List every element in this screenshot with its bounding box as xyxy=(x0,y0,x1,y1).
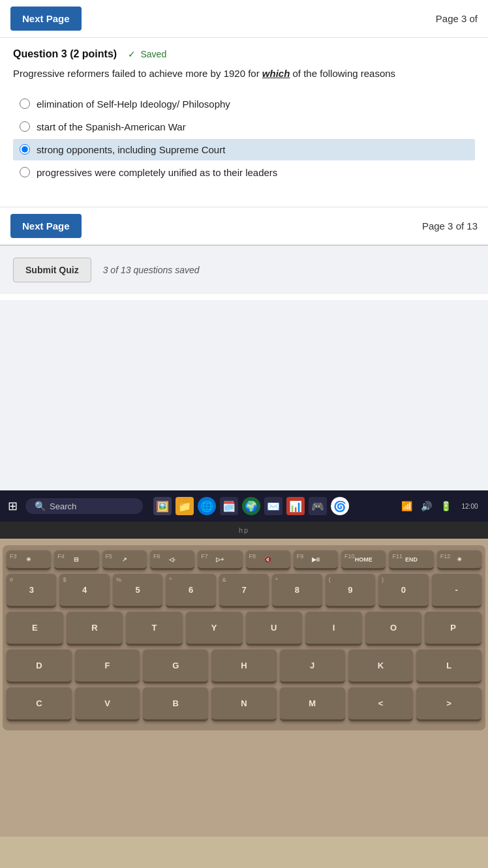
key-gt[interactable]: > xyxy=(416,687,481,721)
submit-bar: Submit Quiz 3 of 13 questions saved xyxy=(0,245,488,294)
key-f9[interactable]: F9▶II xyxy=(294,550,338,570)
key-minus[interactable]: - xyxy=(432,574,481,608)
taskbar-icon-mail[interactable]: ✉️ xyxy=(264,497,282,515)
key-f3[interactable]: F3✳ xyxy=(7,550,51,570)
search-label: Search xyxy=(50,501,76,511)
key-c[interactable]: C xyxy=(7,687,72,721)
key-f10[interactable]: F10HOME xyxy=(341,550,386,570)
key-k[interactable]: K xyxy=(348,650,414,683)
key-n[interactable]: N xyxy=(211,687,277,721)
key-9[interactable]: (9 xyxy=(326,574,375,608)
key-5[interactable]: %5 xyxy=(113,574,162,608)
key-f8[interactable]: F8🔇 xyxy=(246,550,290,570)
key-f12[interactable]: F12☀ xyxy=(437,550,481,570)
fn-key-row: F3✳ F4⊟ F5↗ F6◁- F7▷+ F8🔇 F9▶II F10HOME … xyxy=(7,550,481,570)
option-item-4[interactable]: progressives were completely unified as … xyxy=(13,162,475,183)
taskbar-icon-calendar[interactable]: 🗓️ xyxy=(220,497,238,515)
key-f4[interactable]: F4⊟ xyxy=(54,550,99,570)
taskbar-icon-edge[interactable]: 🌐 xyxy=(198,497,216,515)
key-4[interactable]: $4 xyxy=(59,574,109,608)
question-points: (2 points) xyxy=(70,48,117,59)
page-indicator-top: Page 3 of xyxy=(436,13,478,24)
search-icon: 🔍 xyxy=(35,501,46,511)
option-radio-3[interactable] xyxy=(20,144,30,155)
key-b[interactable]: B xyxy=(143,687,208,721)
key-e[interactable]: E xyxy=(7,612,63,646)
num-key-row: #3 $4 %5 ^6 &7 *8 (9 )0 - xyxy=(7,574,481,608)
key-p[interactable]: P xyxy=(425,612,481,646)
question-number: Question 3 xyxy=(13,48,67,59)
key-r[interactable]: R xyxy=(67,612,123,646)
windows-start-icon[interactable]: ⊞ xyxy=(5,496,20,516)
key-f6[interactable]: F6◁- xyxy=(150,550,194,570)
key-j[interactable]: J xyxy=(280,650,345,683)
option-label-1: elimination of Self-Help Ideology/ Philo… xyxy=(37,98,230,110)
key-v[interactable]: V xyxy=(75,687,140,721)
taskbar-clock[interactable]: 12:00 xyxy=(457,498,483,515)
screen-area: Next Page Page 3 of Question 3 (2 points… xyxy=(0,0,488,522)
key-g[interactable]: G xyxy=(143,650,208,683)
question-header: Question 3 (2 points) ✓ Saved xyxy=(13,48,475,60)
saved-status: ✓ Saved xyxy=(128,49,167,59)
options-list: elimination of Self-Help Ideology/ Philo… xyxy=(13,93,475,183)
d-key-row: D F G H J K L xyxy=(7,650,481,683)
key-i[interactable]: I xyxy=(305,612,362,646)
check-icon: ✓ xyxy=(128,49,136,59)
key-t[interactable]: T xyxy=(126,612,183,646)
option-radio-4[interactable] xyxy=(20,167,30,177)
submit-quiz-button[interactable]: Submit Quiz xyxy=(13,258,91,282)
question-text: Progressive reformers failed to achieve … xyxy=(13,67,475,82)
taskbar-pinned-icons: 🖼️ 📁 🌐 🗓️ 🌍 ✉️ 📊 🎮 🌀 xyxy=(153,497,349,515)
key-6[interactable]: ^6 xyxy=(166,574,215,608)
key-h[interactable]: H xyxy=(211,650,277,683)
e-key-row: E R T Y U I O P xyxy=(7,612,481,646)
key-o[interactable]: O xyxy=(365,612,422,646)
quiz-area: Next Page Page 3 of Question 3 (2 points… xyxy=(0,0,488,300)
keyboard-area: F3✳ F4⊟ F5↗ F6◁- F7▷+ F8🔇 F9▶II F10HOME … xyxy=(0,539,488,837)
next-page-button-bottom[interactable]: Next Page xyxy=(10,214,82,238)
taskbar-right-area: 📶 🔊 🔋 12:00 xyxy=(398,498,483,515)
taskbar-icon-apps[interactable]: 📊 xyxy=(286,497,305,515)
key-f5[interactable]: F5↗ xyxy=(102,550,147,570)
taskbar-icon-globe[interactable]: 🌍 xyxy=(242,497,260,515)
key-d[interactable]: D xyxy=(7,650,72,683)
c-key-row: C V B N M < > xyxy=(7,687,481,721)
hp-logo-text: hp xyxy=(239,526,249,534)
taskbar-icon-game[interactable]: 🎮 xyxy=(309,497,327,515)
keyboard: F3✳ F4⊟ F5↗ F6◁- F7▷+ F8🔇 F9▶II F10HOME … xyxy=(3,545,485,730)
option-radio-1[interactable] xyxy=(20,98,30,109)
question-text-part2: of the following reasons xyxy=(290,68,395,79)
key-0[interactable]: )0 xyxy=(378,574,428,608)
key-f11[interactable]: F11END xyxy=(389,550,433,570)
next-page-button-top[interactable]: Next Page xyxy=(10,7,82,31)
key-8[interactable]: *8 xyxy=(272,574,322,608)
taskbar-search-box[interactable]: 🔍 Search xyxy=(25,498,143,514)
option-item-2[interactable]: start of the Spanish-American War xyxy=(13,116,475,138)
question-emphasis: which xyxy=(262,68,290,79)
key-3[interactable]: #3 xyxy=(7,574,56,608)
taskbar-battery-icon[interactable]: 🔋 xyxy=(437,498,454,515)
key-y[interactable]: Y xyxy=(186,612,243,646)
submit-status: 3 of 13 questions saved xyxy=(103,265,200,275)
key-f[interactable]: F xyxy=(75,650,140,683)
option-radio-2[interactable] xyxy=(20,121,30,132)
key-7[interactable]: &7 xyxy=(219,574,269,608)
top-bar: Next Page Page 3 of xyxy=(0,0,488,38)
option-item-1[interactable]: elimination of Self-Help Ideology/ Philo… xyxy=(13,93,475,115)
option-label-3: strong opponents, including Supreme Cour… xyxy=(37,144,225,155)
taskbar-icon-photos[interactable]: 🖼️ xyxy=(153,497,172,515)
taskbar-network-icon[interactable]: 📶 xyxy=(398,498,415,515)
taskbar-volume-icon[interactable]: 🔊 xyxy=(418,498,435,515)
key-m[interactable]: M xyxy=(280,687,345,721)
taskbar-icon-files[interactable]: 📁 xyxy=(175,497,194,515)
key-u[interactable]: U xyxy=(246,612,303,646)
question-text-part1: Progressive reformers failed to achieve … xyxy=(13,68,262,79)
option-label-2: start of the Spanish-American War xyxy=(37,121,186,132)
key-l[interactable]: L xyxy=(416,650,481,683)
option-item-3[interactable]: strong opponents, including Supreme Cour… xyxy=(13,139,475,160)
page-count: Page 3 of 13 xyxy=(422,220,478,232)
taskbar: ⊞ 🔍 Search 🖼️ 📁 🌐 🗓️ 🌍 ✉️ 📊 🎮 🌀 📶 🔊 🔋 12… xyxy=(0,490,488,522)
key-lt[interactable]: < xyxy=(348,687,414,721)
taskbar-icon-chrome[interactable]: 🌀 xyxy=(331,497,349,515)
key-f7[interactable]: F7▷+ xyxy=(198,550,242,570)
